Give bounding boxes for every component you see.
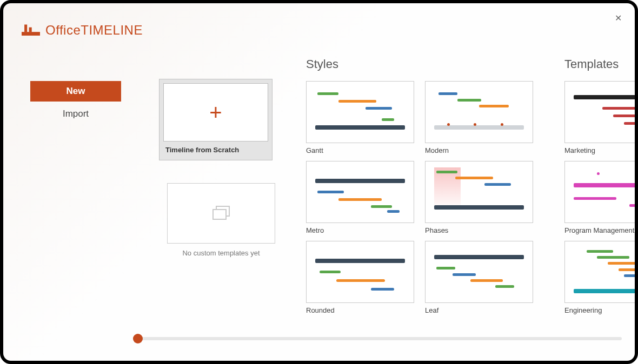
template-tile-program[interactable] bbox=[564, 161, 635, 223]
local-column: + Timeline from Scratch No custom templa… bbox=[159, 79, 283, 257]
no-custom-placeholder bbox=[167, 183, 275, 244]
nav-label: New bbox=[67, 86, 85, 97]
svg-rect-0 bbox=[22, 32, 40, 36]
templates-column: Templates Marketing bbox=[564, 57, 635, 314]
close-icon: ✕ bbox=[615, 14, 622, 23]
scroll-slider-thumb[interactable] bbox=[133, 334, 143, 343]
styles-title: Styles bbox=[306, 57, 544, 71]
logo-text: OfficeTIMELINE bbox=[45, 23, 143, 38]
main-area: + Timeline from Scratch No custom templa… bbox=[159, 57, 635, 323]
template-label: Marketing bbox=[564, 146, 635, 154]
no-custom-label: No custom templates yet bbox=[159, 249, 283, 257]
templates-title: Templates bbox=[564, 57, 635, 71]
stack-icon bbox=[211, 205, 231, 221]
style-tile-metro[interactable] bbox=[306, 161, 414, 223]
style-label: Metro bbox=[306, 226, 414, 234]
svg-rect-1 bbox=[24, 25, 27, 32]
style-label: Gantt bbox=[306, 146, 414, 154]
style-tile-rounded[interactable] bbox=[306, 241, 414, 303]
app-window: ✕ OfficeTIMELINE New Import + Timeline f… bbox=[0, 0, 638, 364]
style-label: Modern bbox=[425, 146, 533, 154]
style-label: Leaf bbox=[425, 306, 533, 314]
style-tile-leaf[interactable] bbox=[425, 241, 533, 303]
nav-label: Import bbox=[63, 109, 89, 119]
sidebar: New Import bbox=[30, 81, 122, 126]
template-tile-marketing[interactable] bbox=[564, 81, 635, 143]
styles-column: Styles Gantt bbox=[306, 57, 544, 314]
scratch-label: Timeline from Scratch bbox=[163, 141, 268, 156]
no-custom-block: No custom templates yet bbox=[159, 183, 283, 257]
scratch-tile[interactable]: + bbox=[163, 83, 268, 141]
plus-icon: + bbox=[209, 102, 222, 123]
scratch-tile-card[interactable]: + Timeline from Scratch bbox=[159, 79, 273, 160]
nav-import[interactable]: Import bbox=[30, 104, 121, 124]
svg-rect-2 bbox=[29, 28, 32, 32]
app-logo: OfficeTIMELINE bbox=[22, 22, 143, 39]
style-tile-gantt[interactable] bbox=[306, 81, 414, 143]
svg-rect-4 bbox=[213, 210, 226, 219]
style-tile-modern[interactable] bbox=[425, 81, 533, 143]
template-tile-engineering[interactable] bbox=[564, 241, 635, 303]
style-label: Phases bbox=[425, 226, 533, 234]
logo-icon bbox=[22, 22, 40, 39]
scroll-slider-track[interactable] bbox=[133, 337, 622, 340]
close-button[interactable]: ✕ bbox=[615, 13, 622, 23]
style-label: Rounded bbox=[306, 306, 414, 314]
style-tile-phases[interactable] bbox=[425, 161, 533, 223]
nav-new[interactable]: New bbox=[30, 81, 121, 102]
template-label: Engineering bbox=[564, 306, 635, 314]
template-label: Program Management bbox=[564, 226, 635, 234]
